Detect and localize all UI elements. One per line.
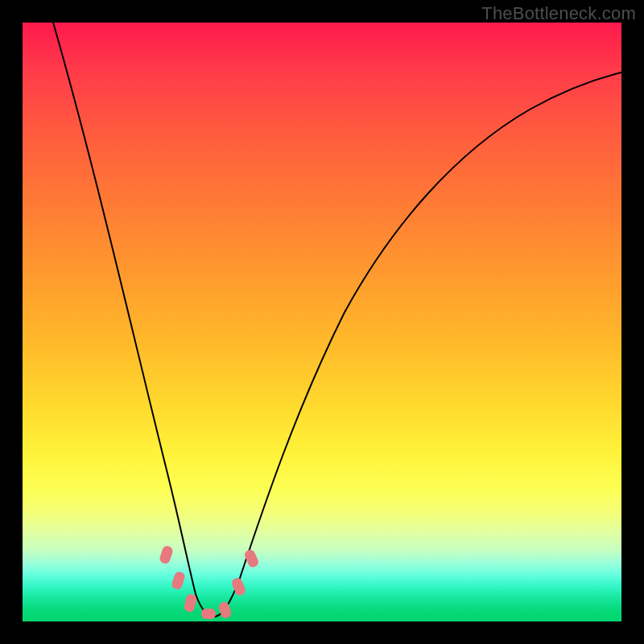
bottleneck-curve bbox=[53, 23, 621, 617]
watermark-text: TheBottleneck.com bbox=[481, 3, 636, 24]
curve-svg bbox=[23, 23, 621, 621]
marker-dot bbox=[217, 601, 233, 619]
plot-area bbox=[23, 23, 621, 621]
marker-dot bbox=[184, 593, 197, 613]
marker-dot bbox=[159, 545, 174, 565]
chart-frame: TheBottleneck.com bbox=[0, 0, 644, 644]
marker-dot bbox=[201, 609, 216, 619]
marker-dot bbox=[171, 571, 186, 591]
marker-group bbox=[159, 545, 260, 620]
curve-group bbox=[53, 23, 621, 617]
